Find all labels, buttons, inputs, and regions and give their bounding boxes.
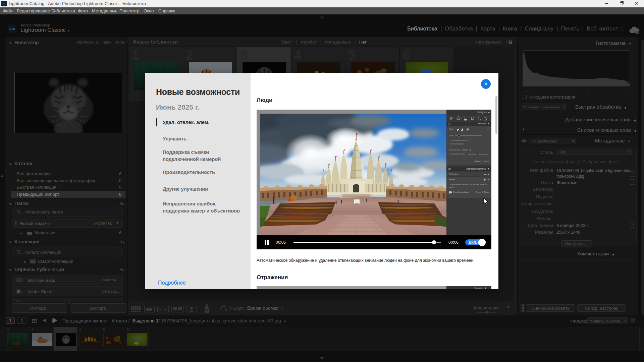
svg-text:Y: Y (164, 307, 167, 312)
svg-text:X: X (159, 307, 162, 312)
